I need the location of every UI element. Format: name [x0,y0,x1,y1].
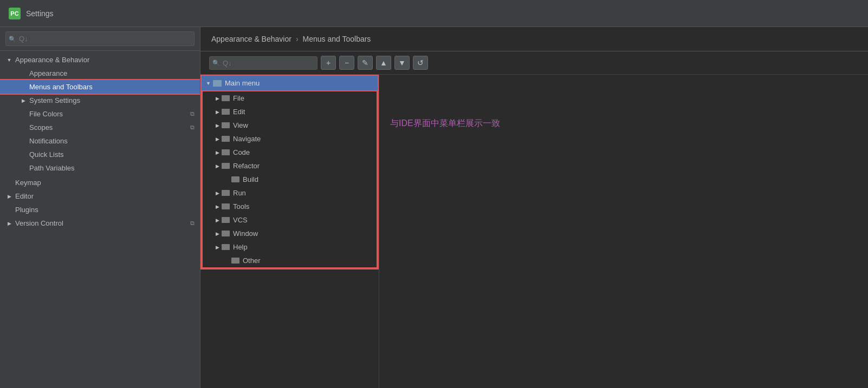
main-menu-label: Main menu [225,79,260,87]
file-folder-icon [222,95,230,101]
menu-item-file-label: File [233,94,244,102]
view-expand-arrow: ▶ [216,123,219,128]
sidebar-item-file-colors[interactable]: File Colors ⧉ [0,107,200,121]
menu-item-view-label: View [233,121,248,129]
menu-item-other[interactable]: Other [203,254,377,267]
menu-item-help-label: Help [233,243,248,251]
code-expand-arrow: ▶ [216,150,219,155]
menu-item-view[interactable]: ▶ View [203,119,377,132]
menu-item-edit[interactable]: ▶ Edit [203,105,377,119]
sidebar-label-menus-toolbars: Menus and Toolbars [29,83,195,91]
edit-expand-arrow: ▶ [216,109,219,115]
menu-item-window-label: Window [233,229,258,238]
help-folder-icon [222,244,230,250]
content-body: ▼ Main menu ▶ File [200,75,868,388]
menu-item-refactor-label: Refactor [233,162,260,170]
sidebar-label-version-control: Version Control [15,219,188,227]
sidebar-item-menus-toolbars[interactable]: Menus and Toolbars [0,80,200,94]
title-bar: PC Settings [0,0,868,27]
menu-item-edit-label: Edit [233,108,245,116]
menu-item-run[interactable]: ▶ Run [203,186,377,200]
window-folder-icon [222,231,230,236]
sidebar-item-quick-lists[interactable]: Quick Lists [0,148,200,161]
sidebar-item-editor[interactable]: Editor [0,189,200,203]
move-down-button[interactable]: ▼ [394,56,410,70]
menu-item-run-label: Run [233,189,246,197]
file-colors-copy-icon: ⧉ [190,110,195,117]
main-menu-expand-arrow: ▼ [206,81,211,86]
sidebar-label-editor: Editor [15,192,195,200]
annotation-text: 与IDE界面中菜单栏展示一致 [390,118,500,129]
menu-item-vcs[interactable]: ▶ VCS [203,213,377,227]
sidebar-item-plugins[interactable]: Plugins [0,203,200,216]
navigate-folder-icon [222,136,230,142]
menu-item-navigate-label: Navigate [233,135,261,143]
reset-button[interactable]: ↺ [413,56,428,70]
breadcrumb-separator: › [296,35,299,43]
content-search-input[interactable] [209,56,318,70]
sidebar-item-system-settings[interactable]: System Settings [0,94,200,107]
move-up-button[interactable]: ▲ [376,56,391,70]
sidebar-item-appearance-behavior[interactable]: Appearance & Behavior [0,53,200,67]
sidebar-item-version-control[interactable]: Version Control ⧉ [0,216,200,230]
remove-button[interactable]: − [339,56,354,70]
run-folder-icon [222,190,230,196]
run-expand-arrow: ▶ [216,190,219,196]
menu-item-build[interactable]: Build [203,173,377,186]
edit-button[interactable]: ✎ [358,56,373,70]
breadcrumb: Appearance & Behavior › Menus and Toolba… [200,27,868,51]
version-control-copy-icon: ⧉ [190,220,195,227]
expand-arrow-editor [5,193,13,200]
sidebar-search-wrapper [5,31,195,46]
sidebar-item-keymap[interactable]: Keymap [0,176,200,189]
sidebar-label-path-variables: Path Variables [29,164,195,172]
build-folder-icon [231,176,239,182]
main-menu-item[interactable]: ▼ Main menu [202,76,378,90]
sidebar-item-notifications[interactable]: Notifications [0,134,200,148]
expand-arrow-version-control [5,220,13,227]
menu-item-vcs-label: VCS [233,216,248,224]
sidebar-item-path-variables[interactable]: Path Variables [0,161,200,175]
scopes-copy-icon: ⧉ [190,124,195,131]
add-button[interactable]: + [321,56,336,70]
sidebar-label-scopes: Scopes [29,123,188,131]
sidebar-label-file-colors: File Colors [29,110,188,118]
menu-item-navigate[interactable]: ▶ Navigate [203,132,377,146]
app-icon: PC [9,8,21,19]
main-area: Appearance & Behavior Appearance Menus a… [0,27,868,388]
main-menu-folder-icon [213,80,222,87]
sidebar-label-notifications: Notifications [29,137,195,145]
sidebar-label-quick-lists: Quick Lists [29,150,195,159]
code-folder-icon [222,149,230,155]
edit-folder-icon [222,109,230,115]
menu-item-file[interactable]: ▶ File [203,91,377,105]
menu-item-tools[interactable]: ▶ Tools [203,200,377,213]
menu-item-window[interactable]: ▶ Window [203,227,377,240]
breadcrumb-part-1: Appearance & Behavior [211,35,292,43]
tools-folder-icon [222,203,230,209]
menu-item-tools-label: Tools [233,202,249,211]
menu-children-outline: ▶ File ▶ Edit ▶ [202,90,378,268]
navigate-expand-arrow: ▶ [216,136,219,142]
content-panel: Appearance & Behavior › Menus and Toolba… [200,27,868,388]
window-title: Settings [26,9,54,18]
sidebar-item-appearance[interactable]: Appearance [0,67,200,80]
sidebar-search-input[interactable] [5,31,195,46]
sidebar-label-system-settings: System Settings [29,96,195,104]
sidebar-search-container [0,27,200,51]
expand-arrow-system-settings [20,97,27,104]
info-panel: 与IDE界面中菜单栏展示一致 [379,75,868,388]
view-folder-icon [222,122,230,128]
menu-item-code-label: Code [233,148,250,156]
refactor-expand-arrow: ▶ [216,163,219,169]
menu-item-code[interactable]: ▶ Code [203,146,377,159]
menu-item-refactor[interactable]: ▶ Refactor [203,159,377,173]
menu-item-help[interactable]: ▶ Help [203,240,377,254]
vcs-folder-icon [222,217,230,223]
sidebar-label-appearance: Appearance [29,69,195,77]
sidebar-item-scopes[interactable]: Scopes ⧉ [0,121,200,134]
tools-expand-arrow: ▶ [216,204,219,209]
sidebar-label-appearance-behavior: Appearance & Behavior [15,56,195,64]
refactor-folder-icon [222,163,230,169]
menu-item-other-label: Other [243,257,261,265]
